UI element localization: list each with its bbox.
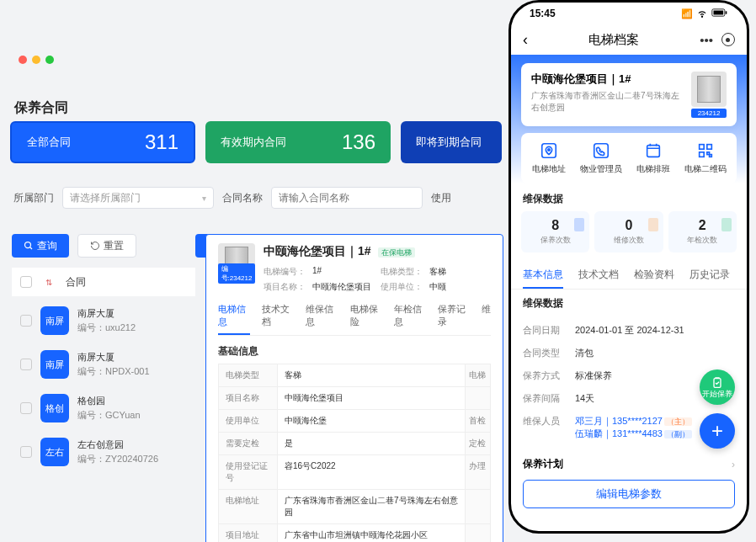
ptab-basic[interactable]: 基本信息: [523, 261, 563, 289]
stat-active[interactable]: 有效期内合同 136: [205, 121, 391, 163]
ptab-history[interactable]: 历史记录: [689, 261, 730, 289]
clipboard-icon: [711, 376, 724, 390]
quick-schedule[interactable]: 电梯排班: [636, 141, 670, 175]
back-icon[interactable]: ‹: [523, 31, 528, 49]
section-header: 维保数据: [511, 183, 747, 211]
item-code: 编号：uxu212: [77, 321, 136, 334]
start-maintenance-fab[interactable]: 开始保养: [700, 369, 735, 405]
status-bar: 15:45 📶: [511, 3, 747, 24]
plan-header[interactable]: 保养计划 ›: [511, 449, 747, 475]
thumb-code: 编号:234212: [218, 263, 256, 284]
tab-inspection[interactable]: 年检信息: [394, 303, 426, 335]
contract-name-input[interactable]: [271, 187, 423, 209]
hero-section: 中颐海伦堡项目｜1# 广东省珠海市香洲区金山二巷7号珠海左右创意园 234212…: [511, 55, 747, 183]
tab-more[interactable]: 维: [482, 303, 491, 335]
count-maintenance[interactable]: 8保养次数: [521, 211, 589, 252]
quick-address[interactable]: 电梯地址: [532, 141, 566, 175]
reset-icon: [90, 241, 100, 251]
item-code: 编号：NPDX-001: [77, 365, 150, 378]
staff-link[interactable]: 邓三月｜135****2127（主）: [575, 416, 692, 426]
stat-all[interactable]: 全部合同 311: [10, 121, 195, 163]
filter-label: 合同名称: [222, 191, 263, 205]
add-fab[interactable]: +: [700, 413, 735, 449]
filter-label: 所属部门: [13, 191, 54, 205]
phone-icon: [592, 141, 610, 160]
target-icon[interactable]: [721, 33, 735, 46]
sort-icon[interactable]: ⇅: [45, 278, 52, 287]
svg-rect-14: [706, 145, 711, 150]
item-code: 编号：ZY20240726: [77, 453, 158, 465]
detail-panel: 编号:234212 中颐海伦堡项目｜1# 在保电梯 电梯编号：1# 电梯类型：客…: [205, 234, 503, 542]
status-badge: 在保电梯: [378, 247, 415, 258]
calendar-icon: [644, 141, 663, 160]
stat-value: 136: [342, 130, 375, 154]
ptab-inspect[interactable]: 检验资料: [634, 261, 674, 289]
status-icons: 📶: [681, 7, 728, 20]
svg-point-7: [547, 149, 549, 151]
phone-tabs: 基本信息 技术文档 检验资料 历史记录: [511, 261, 747, 290]
more-icon[interactable]: •••: [700, 33, 713, 47]
list-item[interactable]: 格创 格创园 编号：GCYuan: [12, 391, 195, 426]
item-code: 编号：GCYuan: [77, 409, 141, 422]
search-button[interactable]: 查询: [12, 234, 69, 258]
elevator-thumb: 编号:234212: [218, 243, 255, 280]
tab-records[interactable]: 保养记录: [438, 303, 470, 335]
item-badge: 左右: [40, 438, 69, 466]
search-icon: [24, 241, 34, 251]
hero-title: 中颐海伦堡项目｜1#: [531, 72, 683, 87]
row-checkbox[interactable]: [20, 315, 32, 327]
count-cards: 8保养次数 0维修次数 2年检次数: [511, 211, 747, 252]
col-header: 合同: [66, 275, 86, 290]
plan-title: 保养计划: [523, 457, 563, 471]
contract-list: 南屏 南屏大厦 编号：uxu212 南屏 南屏大厦 编号：NPDX-001 格创…: [12, 303, 195, 470]
edit-params-button[interactable]: 编辑电梯参数: [523, 480, 735, 508]
filter-row: 所属部门 请选择所属部门 ▾ 合同名称 使用: [13, 187, 451, 209]
detail-title: 中颐海伦堡项目｜1#: [264, 244, 371, 258]
chevron-right-icon: ›: [732, 459, 735, 470]
item-badge: 南屏: [40, 306, 69, 335]
svg-point-2: [701, 16, 702, 17]
hero-card: 中颐海伦堡项目｜1# 广东省珠海市香洲区金山二巷7号珠海左右创意园 234212: [521, 63, 737, 126]
item-title: 南屏大厦: [77, 351, 150, 364]
row-checkbox[interactable]: [20, 446, 32, 458]
stat-value: 311: [145, 130, 178, 154]
tab-maintenance[interactable]: 维保信息: [306, 303, 338, 335]
reset-button[interactable]: 重置: [77, 234, 136, 258]
svg-rect-5: [726, 11, 727, 13]
detail-meta: 电梯编号：1# 电梯类型：客梯 项目名称：中颐海伦堡项目 使用单位：中颐: [264, 266, 491, 293]
wifi-icon: [696, 7, 708, 20]
dept-select[interactable]: 请选择所属部门 ▾: [62, 187, 214, 209]
list-item[interactable]: 左右 左右创意园 编号：ZY20240726: [12, 434, 195, 470]
quick-manager[interactable]: 物业管理员: [580, 141, 622, 175]
select-all-checkbox[interactable]: [20, 276, 32, 288]
stat-cards: 全部合同 311 有效期内合同 136 即将到期合同: [10, 121, 502, 163]
battery-icon: [711, 8, 728, 19]
ptab-tech[interactable]: 技术文档: [578, 261, 619, 289]
svg-point-0: [25, 242, 31, 248]
tab-elevator-info[interactable]: 电梯信息: [218, 303, 250, 335]
tab-tech-docs[interactable]: 技术文档: [262, 303, 294, 335]
filter-label: 使用: [431, 191, 451, 205]
list-item[interactable]: 南屏 南屏大厦 编号：uxu212: [12, 303, 195, 338]
tab-insurance[interactable]: 电梯保险: [350, 303, 382, 335]
quick-qrcode[interactable]: 电梯二维码: [684, 141, 727, 175]
row-checkbox[interactable]: [20, 359, 32, 370]
hero-code: 234212: [691, 109, 727, 118]
quick-actions: 电梯地址 物业管理员 电梯排班 电梯二维码: [521, 133, 737, 183]
window-traffic-lights: [19, 56, 54, 64]
item-title: 南屏大厦: [77, 307, 136, 320]
table-header: ⇅ 合同: [12, 268, 195, 296]
count-inspection[interactable]: 2年检次数: [668, 211, 737, 252]
stat-expiring[interactable]: 即将到期合同: [401, 121, 502, 163]
staff-link[interactable]: 伍瑞麟｜131****4483（副）: [575, 428, 692, 438]
section-title: 基础信息: [218, 344, 491, 359]
item-title: 左右创意园: [77, 438, 158, 451]
item-badge: 南屏: [40, 350, 69, 379]
count-repair[interactable]: 0维修次数: [594, 211, 663, 252]
item-badge: 格创: [40, 394, 69, 422]
list-item[interactable]: 南屏 南屏大厦 编号：NPDX-001: [12, 347, 195, 382]
stat-label: 即将到期合同: [416, 135, 482, 150]
stat-label: 全部合同: [27, 135, 71, 150]
stat-label: 有效期内合同: [221, 135, 286, 150]
row-checkbox[interactable]: [20, 402, 32, 414]
